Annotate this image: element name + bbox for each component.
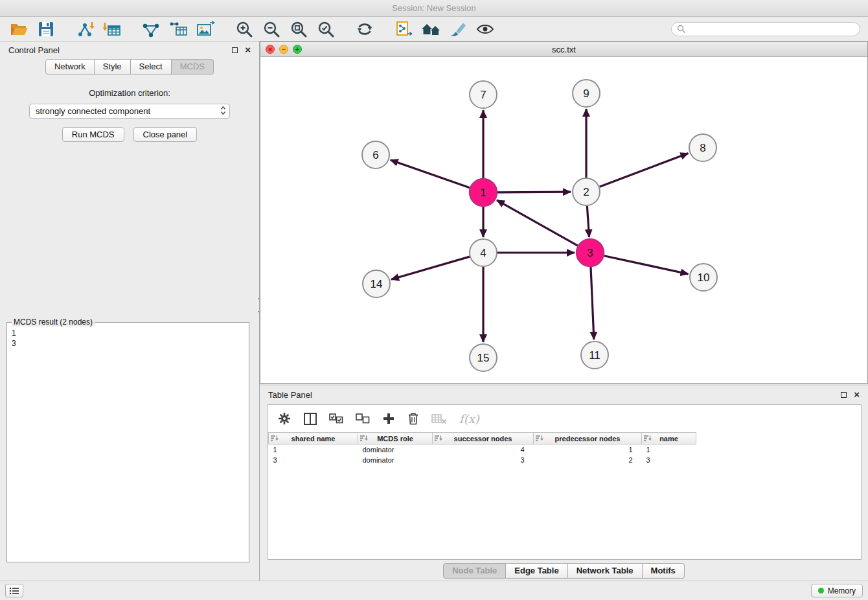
delete-table-button[interactable] xyxy=(431,413,447,424)
zoom-selected-button[interactable] xyxy=(315,19,337,40)
tab-node-table[interactable]: Node Table xyxy=(443,563,506,579)
refresh-layout-button[interactable] xyxy=(354,19,376,40)
network-node-6[interactable]: 6 xyxy=(362,141,389,168)
deselect-all-button[interactable] xyxy=(356,413,370,424)
close-control-panel-button[interactable]: × xyxy=(245,45,251,54)
control-panel: Control Panel × NetworkStyleSelectMCDS O… xyxy=(0,41,260,581)
network-node-15[interactable]: 15 xyxy=(470,344,497,371)
function-builder-icon: f(x) xyxy=(459,412,479,426)
style-brush-button[interactable] xyxy=(447,19,469,40)
show-hide-button[interactable] xyxy=(474,19,496,40)
close-window-button[interactable]: × xyxy=(266,45,275,54)
network-node-4[interactable]: 4 xyxy=(470,239,497,266)
tab-network-table[interactable]: Network Table xyxy=(568,563,643,579)
network-edge-3-10[interactable] xyxy=(604,256,689,274)
tab-select[interactable]: Select xyxy=(131,59,172,75)
optimization-criterion-select[interactable]: strongly connected component xyxy=(29,104,230,119)
zoom-in-button[interactable] xyxy=(233,19,255,40)
network-edge-1-2[interactable] xyxy=(497,192,571,192)
svg-text:2: 2 xyxy=(583,186,589,198)
table-cell[interactable]: 1 xyxy=(269,444,358,455)
export-image-button[interactable] xyxy=(194,19,216,40)
table-cell[interactable]: dominator xyxy=(358,455,433,465)
open-file-button[interactable] xyxy=(8,19,30,40)
zoom-fit-button[interactable] xyxy=(288,19,310,40)
tab-mcds[interactable]: MCDS xyxy=(172,59,214,75)
search-input[interactable] xyxy=(689,25,854,34)
network-edge-3-11[interactable] xyxy=(591,267,594,340)
show-columns-button[interactable] xyxy=(304,413,317,425)
column-header-predecessor-nodes[interactable]: predecessor nodes xyxy=(534,433,642,444)
node-table-area: f(x) shared nameMCDS rolesuccessor nodes… xyxy=(268,404,862,560)
table-settings-button[interactable] xyxy=(277,411,291,426)
network-node-2[interactable]: 2 xyxy=(573,178,600,205)
table-cell[interactable]: 1 xyxy=(534,444,642,455)
svg-text:11: 11 xyxy=(589,349,600,362)
maximize-window-button[interactable]: + xyxy=(293,45,302,54)
network-node-1[interactable]: 1 xyxy=(470,179,497,206)
function-builder-button[interactable]: f(x) xyxy=(459,412,479,426)
save-session-button[interactable] xyxy=(35,19,57,40)
network-node-9[interactable]: 9 xyxy=(573,80,600,107)
network-node-8[interactable]: 8 xyxy=(689,134,716,161)
import-network-button[interactable] xyxy=(74,19,96,40)
close-panel-button[interactable]: Close panel xyxy=(133,127,198,142)
network-node-10[interactable]: 10 xyxy=(690,264,717,291)
add-column-button[interactable] xyxy=(382,412,395,425)
table-cell[interactable]: dominator xyxy=(358,444,433,455)
zoom-out-button[interactable] xyxy=(260,19,282,40)
table-panel: Table Panel × xyxy=(260,386,868,581)
clone-network-button[interactable] xyxy=(393,19,415,40)
network-node-14[interactable]: 14 xyxy=(363,270,390,297)
sort-icon xyxy=(271,435,279,443)
network-node-7[interactable]: 7 xyxy=(470,81,497,108)
network-edge-1-6[interactable] xyxy=(391,160,470,188)
network-from-selection-button[interactable] xyxy=(140,19,162,40)
tab-style[interactable]: Style xyxy=(95,59,131,75)
network-table-button[interactable] xyxy=(167,19,189,40)
table-cell[interactable]: 1 xyxy=(642,444,696,455)
table-row[interactable]: 3dominator323 xyxy=(269,455,696,465)
svg-text:10: 10 xyxy=(698,271,710,284)
table-row[interactable]: 1dominator411 xyxy=(269,444,696,455)
home-button[interactable] xyxy=(420,19,442,40)
home-icon xyxy=(420,21,441,38)
network-window: × − + scc.txt 7968124314101511 xyxy=(260,41,868,384)
column-label: predecessor nodes xyxy=(555,435,621,443)
column-header-name[interactable]: name xyxy=(642,433,696,444)
network-edge-3-1[interactable] xyxy=(497,200,578,246)
table-cell[interactable]: 3 xyxy=(433,455,534,465)
float-table-panel-button[interactable] xyxy=(841,392,847,398)
run-mcds-button[interactable]: Run MCDS xyxy=(62,127,124,142)
column-header-successor-nodes[interactable]: successor nodes xyxy=(433,433,534,444)
table-cell[interactable]: 2 xyxy=(534,455,642,465)
list-icon xyxy=(9,587,19,595)
network-edge-2-8[interactable] xyxy=(600,154,689,187)
network-edge-2-3[interactable] xyxy=(587,206,589,237)
table-cell[interactable]: 3 xyxy=(269,455,358,465)
network-node-3[interactable]: 3 xyxy=(577,239,604,266)
network-node-11[interactable]: 11 xyxy=(581,341,608,369)
float-panel-button[interactable] xyxy=(232,47,238,53)
network-canvas[interactable]: 7968124314101511 xyxy=(260,57,867,383)
table-cell[interactable]: 3 xyxy=(642,455,696,465)
tab-network[interactable]: Network xyxy=(45,59,95,75)
table-cell[interactable]: 4 xyxy=(433,444,534,455)
tab-motifs[interactable]: Motifs xyxy=(643,563,685,579)
float-window-icon xyxy=(232,47,238,53)
search-field[interactable] xyxy=(671,22,860,36)
table-panel-title: Table Panel xyxy=(268,390,312,400)
tab-edge-table[interactable]: Edge Table xyxy=(506,563,567,579)
column-header-shared-name[interactable]: shared name xyxy=(269,433,358,444)
select-all-button[interactable] xyxy=(329,413,343,424)
close-table-panel-button[interactable]: × xyxy=(854,390,860,399)
minimize-window-button[interactable]: − xyxy=(279,45,288,54)
memory-button[interactable]: Memory xyxy=(811,584,863,597)
import-network-icon xyxy=(75,21,95,38)
network-edge-4-14[interactable] xyxy=(391,257,470,279)
import-table-button[interactable] xyxy=(101,19,123,40)
delete-column-button[interactable] xyxy=(407,412,419,425)
status-list-button[interactable] xyxy=(5,584,23,597)
column-header-mcds-role[interactable]: MCDS role xyxy=(358,433,433,444)
svg-text:8: 8 xyxy=(700,142,705,154)
